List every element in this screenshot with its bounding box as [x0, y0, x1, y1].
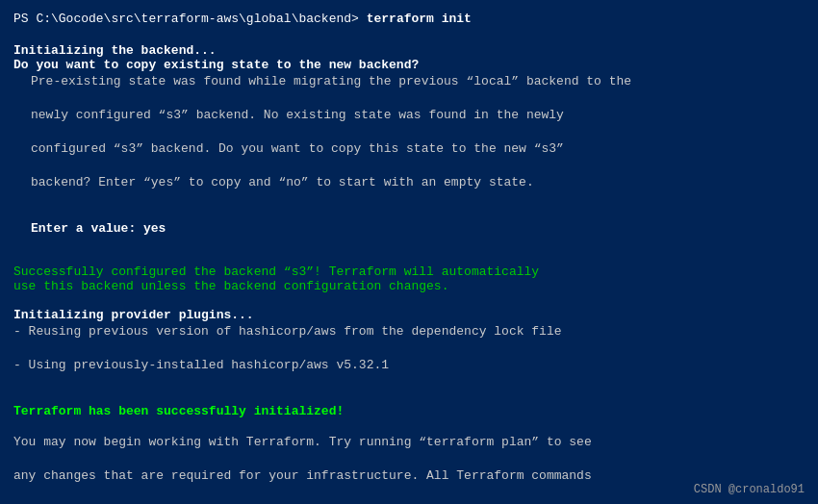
initial-prompt: PS C:\Gocode\src\terraform-aws\global\ba… — [13, 12, 472, 26]
line-begin-working-1: You may now begin working with Terraform… — [13, 433, 805, 452]
line-reusing: - Reusing previous version of hashicorp/… — [13, 322, 805, 341]
line-begin-working-3: should now work. — [13, 501, 805, 504]
line-terraform-initialized: Terraform has been successfully initiali… — [13, 404, 344, 418]
line-using: - Using previously-installed hashicorp/a… — [13, 356, 805, 375]
line-copy-question: Do you want to copy existing state to th… — [13, 58, 419, 72]
line-pre-existing-4: backend? Enter “yes” to copy and “no” to… — [13, 173, 805, 192]
line-pre-existing-1: Pre-existing state was found while migra… — [13, 72, 805, 91]
line-enter-value: Enter a value: yes — [13, 221, 166, 236]
command-text: terraform init — [367, 12, 472, 26]
line-pre-existing-2: newly configured “s3” backend. No existi… — [13, 106, 805, 125]
terminal-content: PS C:\Gocode\src\terraform-aws\global\ba… — [13, 10, 805, 504]
prompt-text: PS C:\Gocode\src\terraform-aws\global\ba… — [13, 12, 367, 26]
line-init-plugins: Initializing provider plugins... — [13, 308, 254, 322]
line-pre-existing-3: configured “s3” backend. Do you want to … — [13, 139, 805, 159]
line-success-2: use this backend unless the backend conf… — [13, 279, 448, 293]
line-init-backend: Initializing the backend... — [13, 43, 217, 58]
watermark-text: CSDN @cronaldo91 — [694, 483, 805, 496]
terminal-window: PS C:\Gocode\src\terraform-aws\global\ba… — [0, 0, 818, 504]
line-begin-working-2: any changes that are required for your i… — [13, 466, 805, 486]
line-success-1: Successfully configured the backend “s3”… — [13, 265, 539, 279]
